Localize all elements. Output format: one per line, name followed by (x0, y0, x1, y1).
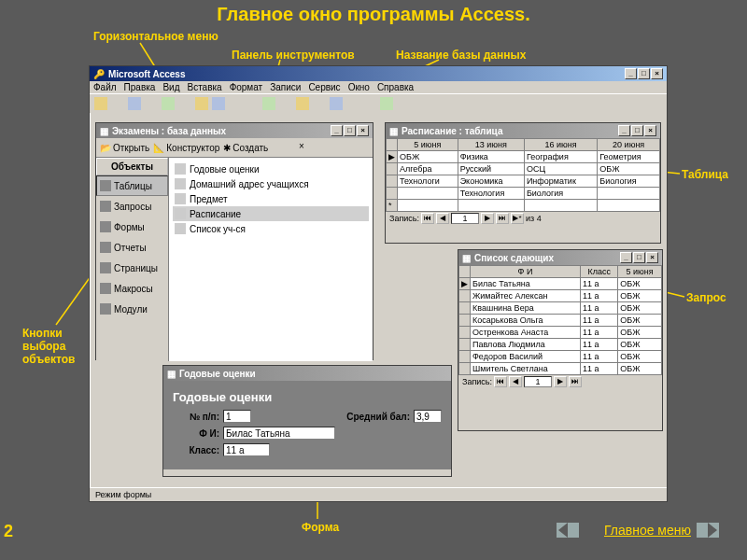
sidebar-item-modules[interactable]: Модули (96, 299, 168, 319)
list-item[interactable]: Домашний адрес учащихся (173, 176, 369, 191)
object-list: Годовые оценки Домашний адрес учащихся П… (169, 158, 373, 361)
create-button[interactable]: ✱Создать (223, 143, 268, 153)
menu-help[interactable]: Справка (377, 82, 414, 92)
table-row: Жимайтес Алексан11 аОБЖ (459, 290, 662, 302)
query-grid[interactable]: Ф ИКласс5 июня ▶Билас Татьяна11 аОБЖ Жим… (458, 265, 662, 375)
list-item[interactable]: Расписание (173, 206, 369, 221)
form-titlebar[interactable]: ▦ Годовые оценки (163, 366, 451, 381)
num-input[interactable]: 1 (223, 410, 251, 423)
close-button[interactable]: × (357, 125, 369, 136)
tool-icon[interactable] (211, 96, 226, 111)
table-titlebar[interactable]: ▦ Расписание : таблица _□× (386, 123, 660, 138)
design-button[interactable]: 📐Конструктор (153, 143, 219, 153)
close-button[interactable]: × (644, 125, 656, 136)
nav-first-button[interactable]: ⏮ (421, 213, 434, 224)
list-item[interactable]: Список уч-ся (173, 221, 369, 236)
query-titlebar[interactable]: ▦ Список сдающих _□× (458, 250, 662, 265)
nav-prev-button[interactable]: ◀ (509, 376, 522, 387)
nav-first-button[interactable]: ⏮ (494, 376, 507, 387)
nav-position[interactable]: 1 (451, 213, 479, 224)
nav-last-button[interactable]: ⏭ (569, 376, 582, 387)
nav-last-button[interactable]: ⏭ (496, 213, 509, 224)
objects-header: Объекты (96, 158, 168, 175)
menu-format[interactable]: Формат (230, 82, 263, 92)
table-row: ТехнологиЭкономикаИнформатикБиология (387, 175, 660, 188)
sidebar-item-reports[interactable]: Отчеты (96, 237, 168, 258)
nav-next-button[interactable]: ▶ (481, 213, 494, 224)
menu-records[interactable]: Записи (270, 82, 301, 92)
minimize-button[interactable]: _ (331, 125, 343, 136)
table-row: ▶Билас Татьяна11 аОБЖ (459, 278, 662, 290)
sidebar-item-tables[interactable]: Таблицы (96, 175, 168, 196)
sidebar-item-macros[interactable]: Макросы (96, 278, 168, 299)
tool-icon[interactable]: × (298, 140, 313, 155)
tool-icon[interactable] (362, 96, 377, 111)
tool-icon[interactable] (317, 140, 331, 155)
tool-icon[interactable] (295, 96, 310, 111)
tool-icon[interactable] (335, 140, 350, 155)
annot-horiz-menu: Горизонтальное меню (93, 30, 218, 43)
query-title: Список сдающих (474, 253, 554, 263)
table-row: * (387, 200, 660, 212)
tool-icon[interactable] (379, 96, 394, 111)
annot-toolbar: Панель инструментов (232, 49, 355, 62)
tool-icon[interactable] (312, 96, 327, 111)
maximize-button[interactable]: □ (344, 125, 356, 136)
fio-input[interactable]: Билас Татьяна (223, 427, 335, 440)
nav-next-button[interactable]: ▶ (554, 376, 567, 387)
list-item[interactable]: Предмет (173, 191, 369, 206)
tool-icon[interactable] (194, 96, 209, 111)
database-window: ▦ Экзамены : база данных _□× 📂Открыть 📐К… (95, 122, 374, 360)
sidebar-item-forms[interactable]: Формы (96, 217, 168, 237)
nav-new-button[interactable]: ▶* (511, 213, 524, 224)
tool-icon[interactable] (345, 96, 360, 111)
menubar[interactable]: Файл Правка Вид Вставка Формат Записи Се… (90, 81, 667, 93)
maximize-button[interactable]: □ (638, 68, 650, 79)
avg-input[interactable]: 3,9 (414, 410, 442, 423)
tool-icon[interactable] (261, 96, 276, 111)
maximize-button[interactable]: □ (633, 252, 645, 263)
close-button[interactable]: × (646, 252, 658, 263)
main-menu-link[interactable]: Главное меню (604, 523, 691, 538)
nav-position[interactable]: 1 (524, 376, 552, 387)
menu-file[interactable]: Файл (93, 82, 117, 92)
menu-view[interactable]: Вид (162, 82, 179, 92)
sidebar-item-queries[interactable]: Запросы (96, 196, 168, 217)
tool-icon[interactable] (329, 96, 344, 111)
tool-icon[interactable] (354, 140, 369, 155)
tool-icon[interactable] (245, 96, 260, 111)
titlebar[interactable]: 🔑 Microsoft Access _ □ × (90, 66, 667, 81)
tool-icon[interactable] (144, 96, 159, 111)
menu-window[interactable]: Окно (348, 82, 370, 92)
close-button[interactable]: × (651, 68, 663, 79)
tool-icon[interactable] (127, 96, 142, 111)
class-input[interactable]: 11 а (223, 443, 270, 456)
next-slide-button[interactable] (697, 523, 719, 538)
db-toolbar: 📂Открыть 📐Конструктор ✱Создать × (96, 138, 373, 158)
schedule-grid[interactable]: 5 июня13 июня16 июня20 июня ▶ОБЖФизикаГе… (386, 138, 660, 212)
tool-icon[interactable] (278, 96, 293, 111)
form-icon: ▦ (167, 369, 176, 379)
sidebar-item-pages[interactable]: Страницы (96, 258, 168, 278)
form-window: ▦ Годовые оценки Годовые оценки № п/п: 1… (162, 365, 452, 477)
open-button[interactable]: 📂Открыть (100, 143, 149, 153)
tool-icon[interactable] (110, 96, 125, 111)
nav-prev-button[interactable]: ◀ (436, 213, 449, 224)
db-titlebar[interactable]: ▦ Экзамены : база данных _□× (96, 123, 373, 138)
menu-edit[interactable]: Правка (124, 82, 156, 92)
minimize-button[interactable]: _ (618, 125, 630, 136)
menu-insert[interactable]: Вставка (187, 82, 221, 92)
table-row: Косарькова Ольга11 аОБЖ (459, 315, 662, 327)
minimize-button[interactable]: _ (625, 68, 637, 79)
list-item[interactable]: Годовые оценки (173, 161, 369, 176)
prev-slide-button[interactable] (557, 523, 579, 538)
tool-icon[interactable] (228, 96, 243, 111)
tool-icon[interactable] (161, 96, 176, 111)
tool-icon[interactable] (93, 96, 108, 111)
menu-tools[interactable]: Сервис (308, 82, 340, 92)
tool-icon[interactable] (177, 96, 192, 111)
minimize-button[interactable]: _ (620, 252, 632, 263)
maximize-button[interactable]: □ (631, 125, 643, 136)
table-row: Федоров Василий11 аОБЖ (459, 351, 662, 363)
table-row: АлгебраРусскийОСЦОБЖ (387, 163, 660, 175)
